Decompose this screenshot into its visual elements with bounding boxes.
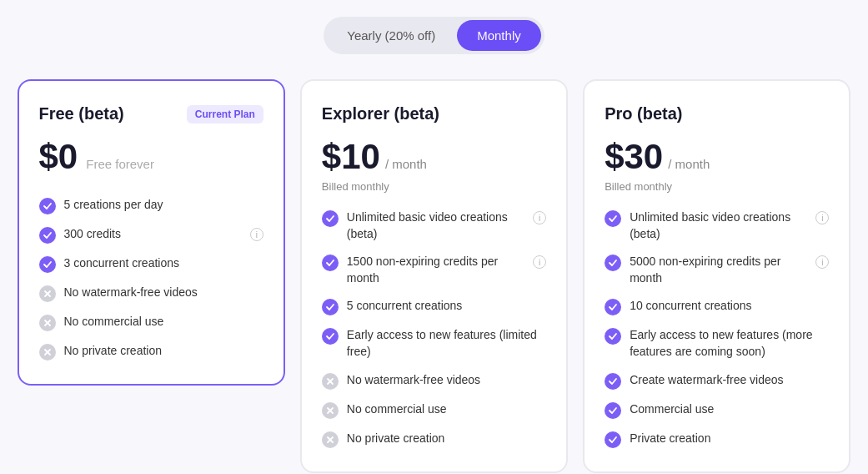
plan-header-free: Free (beta)Current Plan: [39, 104, 263, 124]
list-item: Create watermark-free videos: [605, 372, 829, 390]
feature-text: Unlimited basic video creations (beta): [347, 209, 524, 242]
price-row-free: $0Free forever: [39, 137, 263, 177]
check-icon: [605, 299, 621, 315]
list-item: No watermark-free videos: [322, 372, 546, 390]
price-period-explorer: / month: [385, 157, 427, 171]
check-icon: [322, 299, 339, 315]
list-item: Private creation: [605, 431, 829, 448]
feature-text: 5000 non-expiring credits per month: [630, 254, 807, 286]
feature-text: 1500 non-expiring credits per month: [347, 254, 524, 286]
check-icon: [605, 402, 621, 419]
price-amount-explorer: $10: [322, 137, 380, 177]
list-item: 5000 non-expiring credits per monthi: [605, 254, 829, 286]
info-icon[interactable]: i: [533, 255, 546, 269]
feature-text: 10 concurrent creations: [630, 298, 829, 315]
check-icon: [605, 431, 621, 448]
check-icon: [605, 328, 621, 345]
feature-text: No commercial use: [64, 314, 263, 330]
plan-name-explorer: Explorer (beta): [322, 104, 439, 124]
billed-text-pro: Billed monthly: [605, 180, 829, 193]
list-item: No commercial use: [39, 314, 263, 331]
cross-icon: [39, 344, 56, 361]
feature-text: 3 concurrent creations: [64, 255, 263, 272]
list-item: No private creation: [39, 343, 263, 361]
cross-icon: [322, 431, 339, 448]
plan-name-free: Free (beta): [39, 104, 124, 124]
price-amount-free: $0: [39, 137, 78, 177]
price-amount-pro: $30: [605, 137, 663, 177]
monthly-toggle-btn[interactable]: Monthly: [457, 20, 541, 51]
features-list-free: 5 creations per day300 creditsi3 concurr…: [39, 197, 263, 361]
check-icon: [39, 256, 56, 273]
list-item: No commercial use: [322, 401, 546, 419]
feature-text: 5 creations per day: [64, 197, 263, 214]
check-icon: [39, 227, 56, 244]
info-icon[interactable]: i: [533, 211, 546, 224]
cross-icon: [322, 402, 339, 419]
list-item: Early access to new features (more featu…: [605, 327, 829, 360]
list-item: 5 concurrent creations: [322, 298, 546, 315]
feature-text: Early access to new features (limited fr…: [347, 327, 546, 360]
info-icon[interactable]: i: [250, 228, 263, 241]
plan-card-explorer: Explorer (beta)$10/ monthBilled monthlyU…: [300, 79, 568, 473]
feature-text: Create watermark-free videos: [630, 372, 829, 389]
cross-icon: [39, 285, 56, 302]
check-icon: [605, 255, 621, 271]
list-item: No watermark-free videos: [39, 285, 263, 302]
feature-text: 300 credits: [64, 226, 242, 243]
list-item: No private creation: [322, 431, 546, 448]
feature-text: Commercial use: [630, 401, 829, 418]
feature-text: Private creation: [630, 431, 829, 447]
feature-text: Early access to new features (more featu…: [630, 327, 829, 360]
yearly-toggle-btn[interactable]: Yearly (20% off): [327, 20, 455, 51]
price-subtitle-free: Free forever: [86, 157, 154, 171]
list-item: 10 concurrent creations: [605, 298, 829, 315]
list-item: Early access to new features (limited fr…: [322, 327, 546, 360]
plan-header-pro: Pro (beta): [605, 104, 829, 124]
plan-card-free: Free (beta)Current Plan$0Free forever5 c…: [18, 79, 285, 386]
feature-text: No watermark-free videos: [64, 285, 263, 301]
current-plan-badge: Current Plan: [187, 105, 263, 124]
list-item: Commercial use: [605, 401, 829, 419]
billed-text-explorer: Billed monthly: [322, 180, 546, 193]
billing-toggle-container: Yearly (20% off) Monthly: [324, 17, 544, 54]
check-icon: [322, 255, 339, 271]
cross-icon: [39, 315, 56, 331]
plans-container: Free (beta)Current Plan$0Free forever5 c…: [18, 79, 851, 473]
check-icon: [605, 373, 621, 390]
list-item: 3 concurrent creations: [39, 255, 263, 273]
features-list-pro: Unlimited basic video creations (beta)i5…: [605, 209, 829, 448]
price-row-explorer: $10/ month: [322, 137, 546, 177]
feature-text: No private creation: [64, 343, 263, 360]
features-list-explorer: Unlimited basic video creations (beta)i1…: [322, 209, 546, 448]
list-item: Unlimited basic video creations (beta)i: [322, 209, 546, 242]
list-item: 300 creditsi: [39, 226, 263, 244]
check-icon: [322, 328, 339, 345]
cross-icon: [322, 373, 339, 390]
list-item: Unlimited basic video creations (beta)i: [605, 209, 829, 242]
price-period-pro: / month: [668, 157, 710, 171]
plan-name-pro: Pro (beta): [605, 104, 682, 124]
check-icon: [322, 210, 339, 227]
list-item: 5 creations per day: [39, 197, 263, 214]
check-icon: [39, 198, 56, 214]
check-icon: [605, 210, 621, 227]
list-item: 1500 non-expiring credits per monthi: [322, 254, 546, 286]
feature-text: 5 concurrent creations: [347, 298, 546, 315]
feature-text: No watermark-free videos: [347, 372, 546, 389]
feature-text: No commercial use: [347, 401, 546, 418]
price-row-pro: $30/ month: [605, 137, 829, 177]
feature-text: Unlimited basic video creations (beta): [630, 209, 807, 242]
info-icon[interactable]: i: [815, 211, 829, 224]
feature-text: No private creation: [347, 431, 546, 447]
plan-header-explorer: Explorer (beta): [322, 104, 546, 124]
plan-card-pro: Pro (beta)$30/ monthBilled monthlyUnlimi…: [583, 79, 850, 473]
info-icon[interactable]: i: [815, 255, 829, 269]
